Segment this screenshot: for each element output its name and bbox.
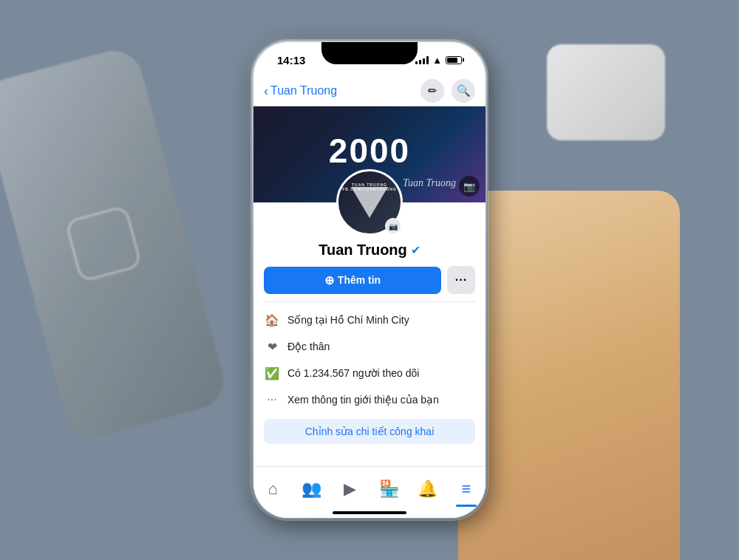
avatar-camera-button[interactable]: 📷 <box>385 218 401 234</box>
relationship-row: ❤ Độc thân <box>264 333 475 360</box>
battery-icon <box>446 56 462 64</box>
signal-icon <box>415 55 429 64</box>
watch-nav-icon: ▶ <box>344 479 356 499</box>
bottom-nav: ⌂ 👥 ▶ 🏪 🔔 ≡ <box>253 466 486 518</box>
info-section: 🏠 Sống tại Hồ Chí Minh City ❤ Độc thân ✅… <box>264 301 475 456</box>
back-arrow-icon: ‹ <box>264 83 268 99</box>
nav-action-icons: ✏ 🔍 <box>420 79 475 103</box>
search-button[interactable]: 🔍 <box>452 79 475 103</box>
nav-notifications-button[interactable]: 🔔 <box>411 473 443 505</box>
friends-nav-icon: 👥 <box>302 479 321 499</box>
notch <box>321 42 418 64</box>
edit-icon: ✏ <box>428 84 437 98</box>
home-indicator <box>333 511 406 514</box>
check-badge-icon: ✅ <box>264 365 280 381</box>
location-text: Sống tại Hồ Chí Minh City <box>287 314 409 326</box>
more-info-row: ··· Xem thông tin giới thiệu của bạn <box>264 386 475 413</box>
verified-badge-icon: ✔ <box>411 243 420 257</box>
home-location-icon: 🏠 <box>264 312 280 328</box>
relationship-text: Độc thân <box>287 341 330 352</box>
nav-bar: ‹ Tuan Truong ✏ 🔍 <box>253 75 486 106</box>
avatar-text: TUAN TRUONGFB.COM/TUANTRUONG <box>342 182 397 191</box>
edit-public-button[interactable]: Chỉnh sửa chi tiết công khai <box>264 419 475 444</box>
cover-big-number: 2000 Tuan Truong <box>329 141 410 168</box>
nav-back-button[interactable]: ‹ Tuan Truong <box>264 83 420 99</box>
cover-camera-button[interactable]: 📷 <box>459 176 480 197</box>
scene: 14:13 ▲ ‹ Tuan Truong <box>0 0 739 560</box>
cover-name-script: Tuan Truong <box>403 177 456 189</box>
status-icons: ▲ <box>415 55 469 66</box>
avatar-container: TUAN TRUONGFB.COM/TUANTRUONG 📷 <box>336 169 403 236</box>
cover-number: 2000 <box>329 134 410 168</box>
add-info-label: Thêm tin <box>338 274 381 286</box>
add-info-button[interactable]: ⊕ Thêm tin <box>264 267 441 294</box>
avatar-camera-icon: 📷 <box>389 222 398 231</box>
hand <box>458 191 680 560</box>
phone-outer: 14:13 ▲ ‹ Tuan Truong <box>251 40 488 520</box>
nav-menu-button[interactable]: ≡ <box>450 473 483 505</box>
bg-iphone-left <box>0 44 230 443</box>
avatar-triangle <box>351 187 388 218</box>
wifi-icon: ▲ <box>432 55 442 66</box>
phone-wrapper: 14:13 ▲ ‹ Tuan Truong <box>251 40 488 520</box>
more-dots-icon: ··· <box>455 273 467 287</box>
edit-button[interactable]: ✏ <box>420 79 444 103</box>
bell-nav-icon: 🔔 <box>418 479 437 499</box>
more-options-button[interactable]: ··· <box>447 266 475 294</box>
marketplace-nav-icon: 🏪 <box>379 479 399 499</box>
action-row: ⊕ Thêm tin ··· <box>264 266 475 301</box>
status-time: 14:13 <box>270 54 305 66</box>
dots-icon: ··· <box>264 392 280 408</box>
nav-back-label: Tuan Truong <box>270 84 337 98</box>
heart-icon: ❤ <box>264 338 280 355</box>
menu-nav-icon: ≡ <box>461 479 471 499</box>
more-info-text: Xem thông tin giới thiệu của bạn <box>287 394 439 406</box>
edit-public-label: Chỉnh sửa chi tiết công khai <box>305 426 435 437</box>
nav-marketplace-button[interactable]: 🏪 <box>372 473 405 505</box>
phone-screen: 14:13 ▲ ‹ Tuan Truong <box>253 42 486 518</box>
profile-name: Tuan Truong <box>319 242 407 259</box>
profile-name-row: Tuan Truong ✔ <box>264 242 475 266</box>
location-row: 🏠 Sống tại Hồ Chí Minh City <box>264 307 475 333</box>
camera-icon: 📷 <box>463 181 475 192</box>
search-icon: 🔍 <box>457 84 471 98</box>
home-nav-icon: ⌂ <box>268 479 278 499</box>
nav-friends-button[interactable]: 👥 <box>295 473 327 505</box>
followers-row: ✅ Có 1.234.567 người theo dõi <box>264 360 475 386</box>
nav-home-button[interactable]: ⌂ <box>256 473 289 505</box>
plus-icon: ⊕ <box>324 273 334 287</box>
profile-section: TUAN TRUONGFB.COM/TUANTRUONG 📷 Tuan Truo… <box>253 169 486 456</box>
nav-watch-button[interactable]: ▶ <box>334 473 367 505</box>
bg-airpods <box>547 44 665 140</box>
followers-text: Có 1.234.567 người theo dõi <box>287 367 419 379</box>
